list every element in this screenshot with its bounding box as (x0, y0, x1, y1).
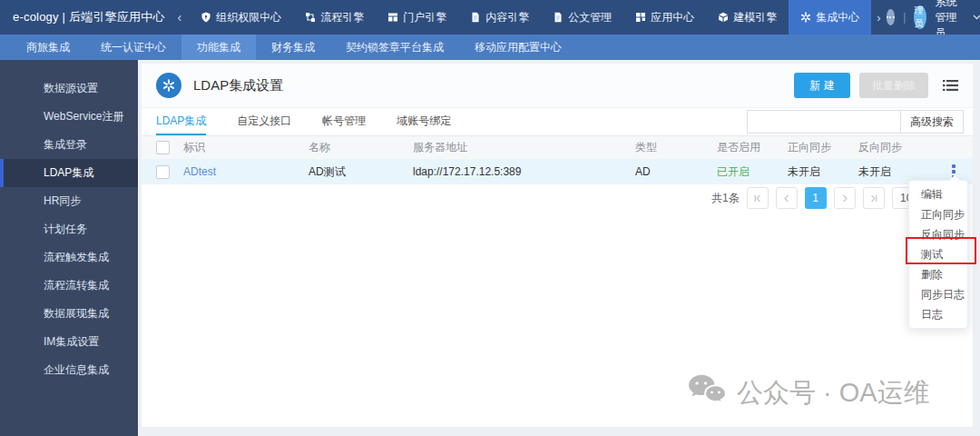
sidebar-item-enterprise-info[interactable]: 企业信息集成 (0, 356, 138, 384)
table-row[interactable]: ADtest AD测试 ldap://172.17.12.5:389 AD 已开… (142, 159, 973, 184)
menu-item-delete[interactable]: 删除 (909, 264, 967, 284)
card-header: LDAP集成设置 新 建 批量删除 (142, 64, 973, 108)
top-navigation: 组织权限中心 流程引擎 门户引擎 内容引擎 公文管理 应用中心 建模引擎 集成 (189, 0, 871, 35)
subnav: 商旅集成 统一认证中心 功能集成 财务集成 契约锁签章平台集成 移动应用配置中心 (0, 35, 980, 60)
subnav-item-mobile-config[interactable]: 移动应用配置中心 (459, 35, 577, 60)
sidebar-item-datasource[interactable]: 数据源设置 (0, 74, 138, 103)
tab-custom-interface[interactable]: 自定义接口 (237, 109, 291, 135)
column-header-forward-sync: 正向同步 (788, 140, 858, 155)
watermark: 公众号 · OA运维 (686, 372, 930, 413)
topnav-item-org-center[interactable]: 组织权限中心 (189, 0, 293, 35)
sidebar-item-workflow-flow[interactable]: 流程流转集成 (0, 272, 138, 300)
document-icon (553, 12, 564, 23)
table-header: 标识 名称 服务器地址 类型 是否启用 正向同步 反向同步 (142, 136, 973, 159)
shield-icon (201, 12, 211, 23)
row-checkbox[interactable] (156, 165, 170, 179)
subnav-item-auth-center[interactable]: 统一认证中心 (85, 35, 181, 60)
search-box (747, 110, 900, 134)
row-forward-sync: 未开启 (788, 164, 858, 180)
tab-bar: LDAP集成 自定义接口 帐号管理 域账号绑定 高级搜索 (142, 108, 973, 136)
grid-icon (635, 12, 646, 23)
integration-icon (800, 12, 811, 23)
portal-icon (387, 12, 398, 23)
topnav-item-workflow-engine[interactable]: 流程引擎 (293, 0, 376, 35)
list-view-icon[interactable] (943, 79, 958, 92)
row-type: AD (635, 165, 717, 178)
batch-delete-button[interactable]: 批量删除 (859, 73, 928, 98)
column-header-server: 服务器地址 (413, 140, 635, 155)
cube-icon (718, 12, 729, 23)
last-page-button[interactable] (863, 187, 885, 209)
search-group: 高级搜索 (747, 110, 964, 134)
row-context-menu: 编辑 正向同步 反向同步 测试 删除 同步日志 日志 (908, 180, 968, 329)
topnav-item-portal-engine[interactable]: 门户引擎 (376, 0, 458, 35)
row-id-link[interactable]: ADtest (183, 165, 216, 178)
menu-item-edit[interactable]: 编辑 (909, 184, 967, 204)
topbar-separator: | (903, 11, 906, 24)
first-page-button[interactable] (747, 187, 769, 209)
subnav-item-function-integration[interactable]: 功能集成 (181, 35, 256, 60)
search-input[interactable] (748, 113, 899, 131)
topnav-item-content-engine[interactable]: 内容引擎 (458, 0, 541, 35)
status-enabled-badge: 已开启 (717, 165, 750, 178)
sidebar-item-workflow-trigger[interactable]: 流程触发集成 (0, 243, 138, 272)
workflow-icon (305, 12, 316, 23)
sidebar-item-webservice[interactable]: WebService注册 (0, 103, 138, 131)
sidebar-item-scheduled-tasks[interactable]: 计划任务 (0, 215, 138, 243)
advanced-search-button[interactable]: 高级搜索 (900, 110, 964, 134)
ldap-settings-icon (156, 73, 181, 98)
document-icon (470, 12, 481, 23)
select-all-checkbox[interactable] (156, 141, 170, 154)
current-page-button[interactable]: 1 (805, 187, 827, 209)
topnav-item-integration-center[interactable]: 集成中心 (789, 0, 871, 35)
sidebar-item-sso-login[interactable]: 集成登录 (0, 131, 138, 159)
sidebar-item-ldap[interactable]: LDAP集成 (0, 159, 138, 187)
pagination-total: 共1条 (711, 191, 740, 206)
tab-account-management[interactable]: 帐号管理 (322, 109, 366, 135)
subnav-item-qiyuesuo[interactable]: 契约锁签章平台集成 (330, 35, 459, 60)
row-name: AD测试 (309, 164, 413, 180)
menu-item-log[interactable]: 日志 (909, 304, 967, 324)
prev-page-button[interactable] (776, 187, 798, 209)
chevron-down-icon[interactable] (973, 15, 980, 20)
subnav-item-finance[interactable]: 财务集成 (256, 35, 330, 60)
menu-item-forward-sync[interactable]: 正向同步 (909, 204, 967, 224)
column-header-enabled: 是否启用 (717, 140, 788, 155)
watermark-text: 公众号 · OA运维 (737, 375, 930, 411)
sidebar: 数据源设置 WebService注册 集成登录 LDAP集成 HR同步 计划任务… (0, 60, 138, 436)
next-page-button[interactable] (834, 187, 856, 209)
app-brand: e-cology | 后端引擎应用中心 (0, 9, 165, 25)
nav-back-chevron-icon[interactable]: ‹ (178, 10, 182, 25)
menu-item-sync-log[interactable]: 同步日志 (909, 284, 967, 304)
more-options-icon[interactable] (887, 9, 896, 25)
nav-more-chevron-icon[interactable]: › (871, 11, 886, 25)
sidebar-item-data-display[interactable]: 数据展现集成 (0, 300, 138, 328)
page-title: LDAP集成设置 (193, 77, 283, 94)
sidebar-item-hr-sync[interactable]: HR同步 (0, 187, 138, 215)
column-header-type: 类型 (635, 140, 717, 155)
topnav-item-official-doc[interactable]: 公文管理 (541, 0, 623, 35)
user-avatar[interactable]: 理员 (914, 5, 926, 29)
column-header-name: 名称 (309, 140, 413, 155)
column-header-reverse-sync: 反向同步 (858, 140, 929, 155)
menu-item-test[interactable]: 测试 (909, 244, 967, 264)
topbar: e-cology | 后端引擎应用中心 ‹ 组织权限中心 流程引擎 门户引擎 内… (0, 0, 980, 35)
tab-domain-account-binding[interactable]: 域账号绑定 (397, 109, 451, 135)
topnav-item-modeling-engine[interactable]: 建模引擎 (706, 0, 789, 35)
tab-ldap-integration[interactable]: LDAP集成 (156, 109, 206, 135)
row-server-address: ldap://172.17.12.5:389 (413, 165, 635, 178)
column-header-id: 标识 (183, 140, 309, 155)
sidebar-item-im-settings[interactable]: IM集成设置 (0, 328, 138, 356)
topnav-item-app-center[interactable]: 应用中心 (623, 0, 706, 35)
menu-item-reverse-sync[interactable]: 反向同步 (909, 224, 967, 244)
wechat-icon (686, 372, 728, 413)
subnav-item-travel[interactable]: 商旅集成 (11, 35, 85, 60)
row-reverse-sync: 未开启 (858, 164, 929, 180)
new-button[interactable]: 新 建 (794, 73, 850, 98)
